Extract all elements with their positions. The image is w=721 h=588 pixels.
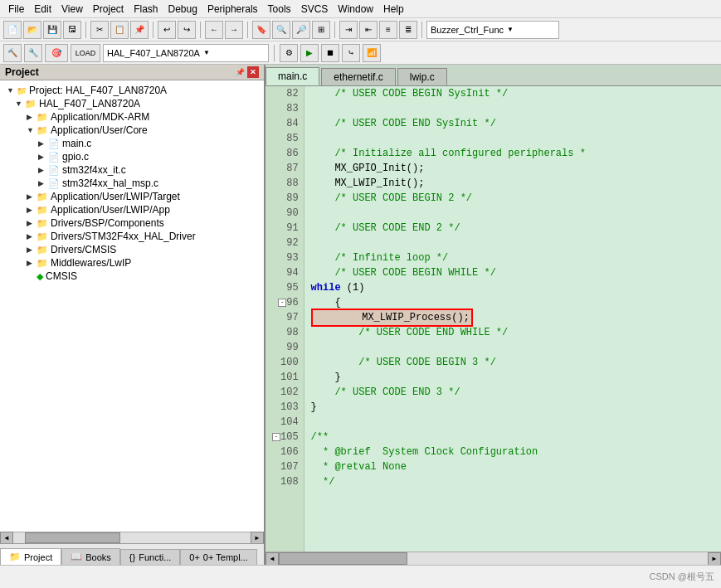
tree-lwip-target[interactable]: ▶ 📁 Application/User/LWIP/Target — [0, 190, 264, 203]
cut-button[interactable]: ✂ — [90, 21, 109, 39]
menu-svcs[interactable]: SVCS — [296, 2, 334, 17]
menu-edit[interactable]: Edit — [29, 2, 56, 17]
find2-button[interactable]: 🔎 — [292, 21, 310, 39]
debug-stop-button[interactable]: ⏹ — [321, 44, 339, 62]
bookmark-button[interactable]: 🔖 — [252, 21, 270, 39]
settings-button[interactable]: ⚙ — [280, 44, 298, 62]
tab-ethernetif-c[interactable]: ethernetif.c — [321, 68, 395, 85]
code-line-92[interactable] — [311, 236, 714, 250]
new-file-button[interactable]: 📄 — [3, 21, 22, 39]
tree-cmsis-drv[interactable]: ▶ 📁 Drivers/CMSIS — [0, 243, 264, 256]
code-line-83[interactable] — [311, 101, 714, 116]
collapse-btn-96[interactable]: - — [278, 299, 286, 307]
code-line-99[interactable] — [311, 340, 714, 355]
find-button[interactable]: 🔍 — [272, 21, 290, 39]
code-line-98[interactable]: /* USER CODE END WHILE */ — [311, 325, 714, 340]
menu-view[interactable]: View — [56, 2, 88, 17]
menu-flash[interactable]: Flash — [129, 2, 163, 17]
code-line-85[interactable] — [311, 131, 714, 146]
code-line-107[interactable]: * @retval None — [311, 459, 714, 474]
code-line-97[interactable]: MX_LWIP_Process(); — [311, 310, 714, 325]
back-button[interactable]: ← — [205, 21, 223, 39]
tree-lwip-app[interactable]: ▶ 📁 Application/User/LWIP/App — [0, 203, 264, 216]
menu-file[interactable]: File — [3, 2, 29, 17]
code-hscroll-thumb[interactable] — [279, 552, 407, 565]
debug-wifi-button[interactable]: 📶 — [363, 44, 381, 62]
tree-mdk[interactable]: ▶ 📁 Application/MDK-ARM — [0, 110, 264, 124]
save-all-button[interactable]: 🖫 — [63, 21, 81, 39]
code-line-95[interactable]: while (1) — [311, 280, 714, 295]
menu-window[interactable]: Window — [333, 2, 378, 17]
copy-button[interactable]: 📋 — [110, 21, 129, 39]
tab-books[interactable]: 📖 Books — [61, 548, 120, 565]
hscroll-track[interactable] — [13, 532, 251, 543]
code-line-93[interactable]: /* Infinite loop */ — [311, 250, 714, 265]
code-line-91[interactable]: /* USER CODE END 2 */ — [311, 221, 714, 236]
forward-button[interactable]: → — [225, 21, 243, 39]
tree-hal-driver[interactable]: ▶ 📁 Drivers/STM32F4xx_HAL_Driver — [0, 230, 264, 243]
code-line-100[interactable]: /* USER CODE BEGIN 3 */ — [311, 355, 714, 370]
open-button[interactable]: 📂 — [23, 21, 41, 39]
tree-hal-msp-c[interactable]: ▶ 📄 stm32f4xx_hal_msp.c — [0, 177, 264, 190]
menu-peripherals[interactable]: Peripherals — [202, 2, 263, 17]
tree-it-c[interactable]: ▶ 📄 stm32f4xx_it.c — [0, 163, 264, 177]
debug-step-button[interactable]: ⤷ — [342, 44, 360, 62]
code-line-105[interactable]: /** — [311, 430, 714, 445]
align-button[interactable]: ≡ — [379, 21, 397, 39]
build2-button[interactable]: 🔧 — [24, 44, 42, 62]
tree-cmsis[interactable]: ◆ CMSIS — [0, 270, 264, 283]
save-button[interactable]: 💾 — [43, 21, 61, 39]
code-content[interactable]: /* USER CODE BEGIN SysInit */ /* USER CO… — [304, 86, 721, 552]
code-line-87[interactable]: MX_GPIO_Init(); — [311, 161, 714, 176]
panel-pin-icon[interactable]: 📌 — [234, 66, 246, 78]
load-button[interactable]: LOAD — [71, 44, 100, 62]
tab-templates[interactable]: 0+ 0+ Templ... — [180, 549, 256, 565]
code-line-89[interactable]: /* USER CODE BEGIN 2 */ — [311, 191, 714, 206]
paste-button[interactable]: 📌 — [130, 21, 149, 39]
tree-main-c[interactable]: ▶ 📄 main.c — [0, 137, 264, 150]
panel-close-icon[interactable]: ✕ — [247, 66, 259, 78]
code-line-88[interactable]: MX_LWIP_Init(); — [311, 176, 714, 191]
project-hscrollbar[interactable]: ◀ ▶ — [0, 532, 264, 543]
code-line-103[interactable]: } — [311, 400, 714, 415]
target-button[interactable]: 🎯 — [45, 44, 68, 62]
tree-root[interactable]: ▼ 📁 Project: HAL_F407_LAN8720A — [0, 84, 264, 97]
code-line-94[interactable]: /* USER CODE BEGIN WHILE */ — [311, 265, 714, 280]
func-dropdown[interactable]: Buzzer_Ctrl_Func ▼ — [426, 21, 559, 39]
align2-button[interactable]: ≣ — [399, 21, 417, 39]
tab-functions[interactable]: {} Functi... — [120, 549, 180, 565]
code-line-108[interactable]: */ — [311, 474, 714, 489]
code-line-104[interactable] — [311, 415, 714, 430]
code-hscrollbar[interactable]: ◀ ▶ — [266, 552, 721, 565]
code-line-101[interactable]: } — [311, 370, 714, 385]
build-button[interactable]: 🔨 — [3, 44, 22, 62]
find3-button[interactable]: ⊞ — [312, 21, 330, 39]
redo-button[interactable]: ↪ — [178, 21, 196, 39]
menu-project[interactable]: Project — [88, 2, 129, 17]
menu-tools[interactable]: Tools — [263, 2, 296, 17]
indent-button[interactable]: ⇥ — [339, 21, 358, 39]
code-line-106[interactable]: * @brief System Clock Configuration — [311, 445, 714, 459]
tree-core[interactable]: ▼ 📁 Application/User/Core — [0, 124, 264, 137]
tab-lwip-c[interactable]: lwip.c — [397, 68, 447, 85]
tree-middlewares[interactable]: ▶ 📁 Middlewares/LwIP — [0, 256, 264, 270]
tree-hal-root[interactable]: ▼ 📁 HAL_F407_LAN8720A — [0, 97, 264, 110]
undo-button[interactable]: ↩ — [158, 21, 176, 39]
code-line-102[interactable]: /* USER CODE END 3 */ — [311, 385, 714, 400]
code-line-84[interactable]: /* USER CODE END SysInit */ — [311, 116, 714, 131]
debug-start-button[interactable]: ▶ — [300, 44, 319, 62]
code-line-86[interactable]: /* Initialize all configured peripherals… — [311, 146, 714, 161]
menu-help[interactable]: Help — [378, 2, 409, 17]
outdent-button[interactable]: ⇤ — [359, 21, 378, 39]
code-line-90[interactable] — [311, 206, 714, 221]
menu-debug[interactable]: Debug — [163, 2, 202, 17]
code-hscroll-track[interactable] — [279, 552, 708, 565]
hscroll-thumb[interactable] — [25, 532, 119, 543]
tab-project[interactable]: 📁 Project — [0, 548, 61, 565]
code-hscroll-left[interactable]: ◀ — [266, 552, 279, 566]
collapse-btn-105[interactable]: - — [272, 433, 280, 441]
target-dropdown[interactable]: HAL_F407_LAN8720A ▼ — [103, 44, 269, 62]
tab-main-c[interactable]: main.c — [266, 67, 319, 85]
code-hscroll-right[interactable]: ▶ — [708, 552, 721, 566]
tree-gpio-c[interactable]: ▶ 📄 gpio.c — [0, 150, 264, 163]
